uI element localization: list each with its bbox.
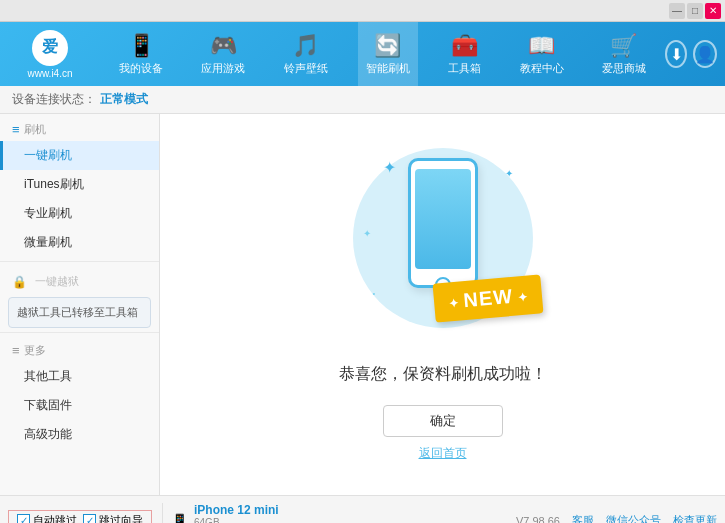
toolbox-label: 工具箱 xyxy=(448,61,481,76)
my-device-icon: 📱 xyxy=(128,33,155,59)
logo-text: www.i4.cn xyxy=(27,68,72,79)
logo-area: 爱 www.i4.cn xyxy=(0,22,100,86)
main-area: ≡ 刷机 一键刷机 iTunes刷机 专业刷机 微量刷机 🔒 一键越狱 越狱工具… xyxy=(0,114,725,495)
sidebar: ≡ 刷机 一键刷机 iTunes刷机 专业刷机 微量刷机 🔒 一键越狱 越狱工具… xyxy=(0,114,160,495)
sidebar-item-itunes-flash[interactable]: iTunes刷机 xyxy=(0,170,159,199)
jailbreak-section-header: 🔒 一键越狱 xyxy=(0,266,159,293)
version-label: V7.98.66 xyxy=(516,515,560,524)
user-icon[interactable]: 👤 xyxy=(693,40,717,68)
confirm-button[interactable]: 确定 xyxy=(383,405,503,437)
title-bar: — □ ✕ xyxy=(0,0,725,22)
flash-section-header: ≡ 刷机 xyxy=(0,114,159,141)
app-game-label: 应用游戏 xyxy=(201,61,245,76)
store-label: 爱思商城 xyxy=(602,61,646,76)
header: 爱 www.i4.cn 📱 我的设备 🎮 应用游戏 🎵 铃声壁纸 🔄 智能刷机 … xyxy=(0,22,725,86)
phone-screen xyxy=(415,169,471,269)
nav-tutorial[interactable]: 📖 教程中心 xyxy=(512,22,572,86)
jailbreak-section-label: 一键越狱 xyxy=(35,274,79,289)
maximize-button[interactable]: □ xyxy=(687,3,703,19)
sparkle-3: ✦ xyxy=(363,228,371,239)
toolbox-icon: 🧰 xyxy=(451,33,478,59)
app-game-icon: 🎮 xyxy=(210,33,237,59)
more-section-label: 更多 xyxy=(24,343,46,358)
close-button[interactable]: ✕ xyxy=(705,3,721,19)
sidebar-divider-2 xyxy=(0,332,159,333)
flash-section-icon: ≡ xyxy=(12,122,20,137)
my-device-label: 我的设备 xyxy=(119,61,163,76)
device-storage: 64GB xyxy=(194,517,279,524)
skip-wizard-checkbox[interactable]: ✓ 跳过向导 xyxy=(83,513,143,523)
sparkle-2: ✦ xyxy=(505,168,513,179)
nav-smart-flash[interactable]: 🔄 智能刷机 xyxy=(358,22,418,86)
device-section: 📱 iPhone 12 mini 64GB Down-12mini-13.1 xyxy=(162,503,279,524)
success-message: 恭喜您，保资料刷机成功啦！ xyxy=(339,364,547,385)
jailbreak-note: 越狱工具已转移至工具箱 xyxy=(17,306,138,318)
bottom-right: V7.98.66 客服 微信公众号 检查更新 xyxy=(516,513,717,523)
sparkle-4: • xyxy=(373,289,376,298)
store-icon: 🛒 xyxy=(610,33,637,59)
nav-items: 📱 我的设备 🎮 应用游戏 🎵 铃声壁纸 🔄 智能刷机 🧰 工具箱 📖 教程中心… xyxy=(100,22,665,86)
phone-illustration: ✦ ✦ ✦ • NEW xyxy=(353,148,533,348)
phone-body xyxy=(408,158,478,288)
check-update-link[interactable]: 检查更新 xyxy=(673,513,717,523)
nav-ringtone[interactable]: 🎵 铃声壁纸 xyxy=(276,22,336,86)
wechat-link[interactable]: 微信公众号 xyxy=(606,513,661,523)
header-right: ⬇ 👤 xyxy=(665,40,725,68)
sidebar-item-download-fw[interactable]: 下载固件 xyxy=(0,391,159,420)
smart-flash-icon: 🔄 xyxy=(374,33,401,59)
sidebar-item-one-click-flash[interactable]: 一键刷机 xyxy=(0,141,159,170)
device-name: iPhone 12 mini xyxy=(194,503,279,517)
return-link[interactable]: 返回首页 xyxy=(419,445,467,462)
sidebar-item-wipe-flash[interactable]: 微量刷机 xyxy=(0,228,159,257)
device-info: iPhone 12 mini 64GB Down-12mini-13.1 xyxy=(194,503,279,524)
jailbreak-info-box: 越狱工具已转移至工具箱 xyxy=(8,297,151,328)
tutorial-label: 教程中心 xyxy=(520,61,564,76)
bottom-device-bar: ✓ 自动跳过 ✓ 跳过向导 📱 iPhone 12 mini 64GB Down… xyxy=(0,495,725,523)
status-value: 正常模式 xyxy=(100,91,148,108)
smart-flash-label: 智能刷机 xyxy=(366,61,410,76)
nav-my-device[interactable]: 📱 我的设备 xyxy=(111,22,171,86)
ringtone-label: 铃声壁纸 xyxy=(284,61,328,76)
device-phone-icon: 📱 xyxy=(171,513,188,524)
auto-skip-label: 自动跳过 xyxy=(33,513,77,523)
nav-toolbox[interactable]: 🧰 工具箱 xyxy=(440,22,489,86)
download-icon[interactable]: ⬇ xyxy=(665,40,687,68)
logo-icon: 爱 xyxy=(32,30,68,66)
content-area: ✦ ✦ ✦ • NEW 恭喜您，保资料刷机成功啦！ 确定 返回首页 xyxy=(160,114,725,495)
status-bar: 设备连接状态： 正常模式 xyxy=(0,86,725,114)
skip-wizard-label: 跳过向导 xyxy=(99,513,143,523)
sparkle-1: ✦ xyxy=(383,158,396,177)
customer-service-link[interactable]: 客服 xyxy=(572,513,594,523)
checkbox-container: ✓ 自动跳过 ✓ 跳过向导 xyxy=(8,510,152,523)
status-label: 设备连接状态： xyxy=(12,91,96,108)
sidebar-item-advanced[interactable]: 高级功能 xyxy=(0,420,159,449)
auto-skip-checkbox[interactable]: ✓ 自动跳过 xyxy=(17,513,77,523)
skip-wizard-checkbox-box[interactable]: ✓ xyxy=(83,514,96,523)
nav-app-game[interactable]: 🎮 应用游戏 xyxy=(193,22,253,86)
auto-skip-checkbox-box[interactable]: ✓ xyxy=(17,514,30,523)
ringtone-icon: 🎵 xyxy=(292,33,319,59)
more-section-header: ≡ 更多 xyxy=(0,337,159,362)
tutorial-icon: 📖 xyxy=(528,33,555,59)
minimize-button[interactable]: — xyxy=(669,3,685,19)
sidebar-item-other-tools[interactable]: 其他工具 xyxy=(0,362,159,391)
sidebar-item-pro-flash[interactable]: 专业刷机 xyxy=(0,199,159,228)
flash-section-label: 刷机 xyxy=(24,122,46,137)
nav-store[interactable]: 🛒 爱思商城 xyxy=(594,22,654,86)
sidebar-divider-1 xyxy=(0,261,159,262)
